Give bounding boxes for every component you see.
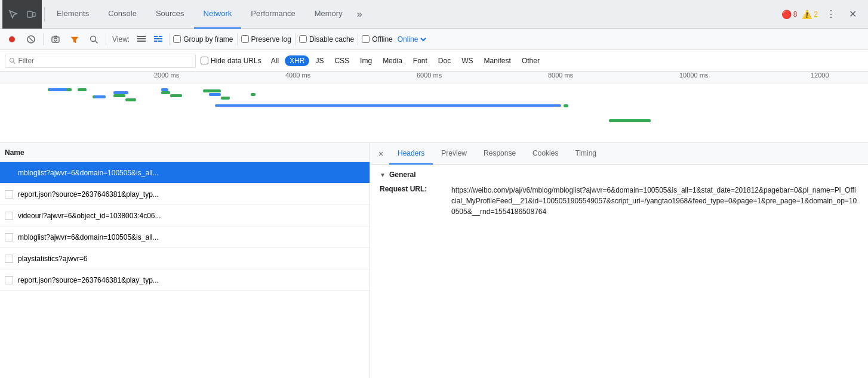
group-by-frame-checkbox[interactable] xyxy=(173,35,181,43)
svg-rect-1 xyxy=(33,13,35,17)
screenshot-button[interactable] xyxy=(47,31,64,48)
tab-right-area: 🔴 8 ⚠️ 2 ⋮ ✕ xyxy=(781,6,866,23)
tab-memory[interactable]: Memory xyxy=(305,0,352,29)
tab-elements[interactable]: Elements xyxy=(47,0,99,29)
svg-rect-9 xyxy=(137,36,146,37)
device-toolbar-icon[interactable] xyxy=(23,6,39,23)
group-by-frame-label[interactable]: Group by frame xyxy=(173,35,233,44)
inspect-element-icon[interactable] xyxy=(5,6,21,23)
svg-rect-16 xyxy=(159,38,162,39)
search-button[interactable] xyxy=(85,31,102,48)
filter-input-wrap xyxy=(5,54,196,68)
filter-type-js[interactable]: JS xyxy=(310,55,328,66)
section-toggle-icon[interactable]: ▼ xyxy=(380,172,386,178)
detail-tab-timing[interactable]: Timing xyxy=(567,143,605,165)
svg-point-18 xyxy=(10,58,14,62)
filter-type-all[interactable]: All xyxy=(266,55,284,66)
request-item[interactable]: report.json?source=2637646381&play_typ..… xyxy=(0,184,370,205)
svg-rect-15 xyxy=(159,36,162,37)
toolbar-sep-5 xyxy=(295,33,296,45)
toolbar-sep-2 xyxy=(106,33,106,45)
close-panel-button[interactable]: × xyxy=(373,145,389,162)
detail-tab-headers[interactable]: Headers xyxy=(389,143,433,165)
filter-type-manifest[interactable]: Manifest xyxy=(479,55,516,66)
detail-tab-response[interactable]: Response xyxy=(475,143,524,165)
tab-sources[interactable]: Sources xyxy=(146,0,194,29)
request-item[interactable]: videourl?ajwvr=6&object_id=1038003:4c06.… xyxy=(0,205,370,227)
svg-line-4 xyxy=(29,38,33,41)
clear-button[interactable] xyxy=(23,31,39,48)
disable-cache-label[interactable]: Disable cache xyxy=(299,35,354,44)
tab-more-button[interactable]: » xyxy=(352,0,367,29)
tick-6000: 6000 ms xyxy=(414,72,546,79)
list-view-button[interactable] xyxy=(134,32,149,47)
request-item[interactable]: playstatistics?ajwvr=6 xyxy=(0,248,370,269)
filter-input[interactable] xyxy=(18,57,192,65)
filter-type-xhr[interactable]: XHR xyxy=(285,55,309,66)
detail-tab-preview[interactable]: Preview xyxy=(433,143,475,165)
toolbar-sep-3 xyxy=(169,33,170,45)
request-name: report.json?source=2637646381&play_typ..… xyxy=(18,190,159,199)
filter-type-media[interactable]: Media xyxy=(378,55,407,66)
timeline-chart xyxy=(0,83,868,143)
detail-panel: × Headers Preview Response Cookies Timin… xyxy=(370,143,868,378)
network-toolbar: View: Group by frame xyxy=(0,29,868,50)
filter-type-font[interactable]: Font xyxy=(408,55,432,66)
filter-bar: Hide data URLs All XHR JS CSS Img Media … xyxy=(0,50,868,72)
filter-type-doc[interactable]: Doc xyxy=(433,55,455,66)
request-checkbox xyxy=(5,190,13,199)
toolbar-sep-1 xyxy=(43,33,44,45)
filter-type-css[interactable]: CSS xyxy=(330,55,354,66)
tab-console[interactable]: Console xyxy=(99,0,146,29)
request-name: mbloglist?ajwvr=6&domain=100505&is_all..… xyxy=(18,233,158,241)
preserve-log-checkbox[interactable] xyxy=(241,35,249,43)
svg-rect-12 xyxy=(154,36,158,37)
request-list-panel: Name mbloglist?ajwvr=6&domain=100505&is_… xyxy=(0,143,370,378)
tab-performance[interactable]: Performance xyxy=(241,0,304,29)
svg-rect-14 xyxy=(154,41,157,42)
filter-type-bar: All XHR JS CSS Img Media Font Doc WS Man… xyxy=(266,55,544,66)
filter-funnel-button[interactable] xyxy=(66,31,83,48)
more-options-button[interactable]: ⋮ xyxy=(823,6,839,23)
preserve-log-label[interactable]: Preserve log xyxy=(241,35,291,44)
hide-data-urls-checkbox[interactable] xyxy=(201,57,208,64)
toolbar-sep-4 xyxy=(237,33,238,45)
tick-10000: 10000 ms xyxy=(677,72,808,79)
svg-line-8 xyxy=(96,41,98,43)
tick-4000: 4000 ms xyxy=(283,72,414,79)
svg-rect-5 xyxy=(52,37,59,42)
offline-label[interactable]: Offline xyxy=(362,35,392,44)
tick-8000: 8000 ms xyxy=(546,72,677,79)
timeline-area: 2000 ms 4000 ms 6000 ms 8000 ms 10000 ms… xyxy=(0,72,868,143)
svg-point-2 xyxy=(9,36,15,42)
filter-type-ws[interactable]: WS xyxy=(457,55,478,66)
throttle-select[interactable]: Online xyxy=(395,35,428,44)
main-content: Name mbloglist?ajwvr=6&domain=100505&is_… xyxy=(0,143,868,378)
request-checkbox xyxy=(5,212,13,220)
filter-type-img[interactable]: Img xyxy=(355,55,377,66)
detail-tab-cookies[interactable]: Cookies xyxy=(524,143,567,165)
request-name: report.json?source=2637646381&play_typ..… xyxy=(18,276,159,284)
offline-checkbox[interactable] xyxy=(362,35,370,43)
general-section-header: ▼ General xyxy=(380,171,858,179)
disable-cache-checkbox[interactable] xyxy=(299,35,307,43)
request-item[interactable]: mbloglist?ajwvr=6&domain=100505&is_all..… xyxy=(0,162,370,184)
svg-rect-0 xyxy=(27,11,32,17)
toolbar-sep-6 xyxy=(358,33,358,45)
hide-data-urls-label[interactable]: Hide data URLs xyxy=(201,57,261,65)
warn-count-badge: ⚠️ 2 xyxy=(802,10,818,19)
record-button[interactable] xyxy=(4,31,20,48)
request-item[interactable]: mbloglist?ajwvr=6&domain=100505&is_all..… xyxy=(0,227,370,248)
detail-tab-bar: × Headers Preview Response Cookies Timin… xyxy=(370,143,868,165)
request-list: mbloglist?ajwvr=6&domain=100505&is_all..… xyxy=(0,162,370,378)
headers-content: ▼ General Request URL: https://weibo.com… xyxy=(370,165,868,378)
tree-view-button[interactable] xyxy=(151,32,165,47)
tab-network[interactable]: Network xyxy=(194,0,242,29)
request-item[interactable]: report.json?source=2637646381&play_typ..… xyxy=(0,269,370,291)
request-name: mbloglist?ajwvr=6&domain=100505&is_all..… xyxy=(18,169,158,177)
svg-rect-13 xyxy=(154,38,159,39)
error-count-badge: 🔴 8 xyxy=(781,10,798,19)
filter-type-other[interactable]: Other xyxy=(517,55,544,66)
request-checkbox xyxy=(5,255,13,263)
close-devtools-button[interactable]: ✕ xyxy=(844,6,861,23)
